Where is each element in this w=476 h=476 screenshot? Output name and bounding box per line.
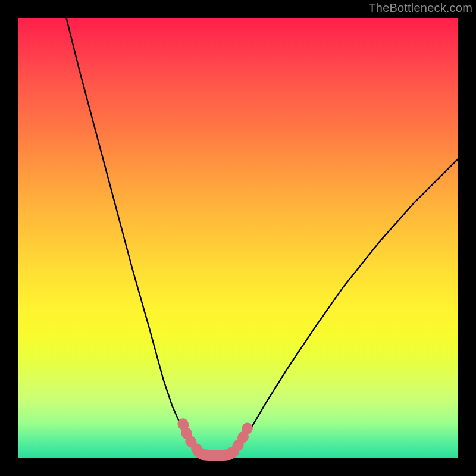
chart-frame: TheBottleneck.com <box>0 0 476 476</box>
series-group <box>66 18 458 456</box>
watermark-text: TheBottleneck.com <box>368 1 472 15</box>
plot-area <box>18 18 458 458</box>
series-right-branch <box>234 159 458 452</box>
series-accent-right-rise <box>231 425 249 453</box>
series-left-branch <box>66 18 198 452</box>
chart-svg <box>18 18 458 458</box>
